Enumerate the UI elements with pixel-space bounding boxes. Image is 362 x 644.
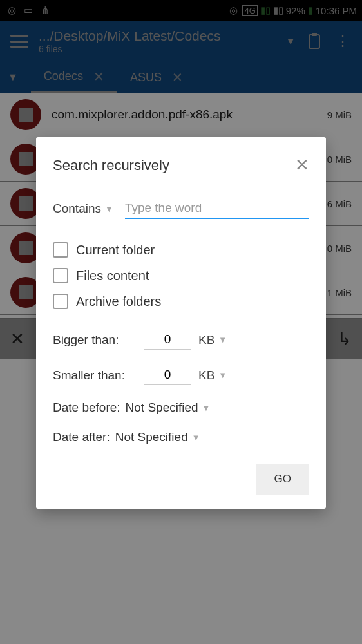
smaller-than-input[interactable] (144, 365, 191, 385)
search-dialog: Search recursively ✕ Contains ▼ Current … (36, 137, 326, 509)
match-mode-dropdown[interactable]: Contains ▼ (53, 202, 113, 216)
go-button[interactable]: GO (256, 464, 309, 495)
bigger-than-unit-dropdown[interactable]: KB ▼ (198, 333, 227, 347)
checkbox-archive-folders[interactable]: Archive folders (53, 289, 309, 314)
checkbox-icon (53, 242, 68, 258)
chevron-down-icon: ▼ (192, 433, 200, 442)
match-mode-label: Contains (53, 202, 101, 216)
checkbox-files-content[interactable]: Files content (53, 263, 309, 289)
checkbox-icon (53, 294, 68, 309)
date-after-dropdown[interactable]: Not Specified ▼ (115, 430, 200, 444)
checkbox-label: Files content (76, 269, 149, 283)
bigger-than-label: Bigger than: (53, 333, 137, 347)
smaller-than-unit-dropdown[interactable]: KB ▼ (198, 368, 227, 383)
date-before-dropdown[interactable]: Not Specified ▼ (126, 401, 211, 415)
smaller-than-label: Smaller than: (53, 368, 137, 383)
date-after-value: Not Specified (115, 430, 188, 444)
chevron-down-icon: ▼ (202, 403, 211, 413)
search-input[interactable] (125, 198, 309, 219)
unit-label: KB (198, 368, 214, 383)
checkbox-label: Archive folders (76, 294, 161, 309)
checkbox-icon (53, 268, 68, 283)
chevron-down-icon: ▼ (218, 335, 227, 345)
chevron-down-icon: ▼ (105, 204, 113, 214)
dialog-title: Search recursively (53, 157, 169, 174)
date-before-value: Not Specified (126, 401, 198, 415)
checkbox-current-folder[interactable]: Current folder (53, 237, 309, 263)
date-after-label: Date after: (53, 430, 110, 444)
bigger-than-input[interactable] (144, 330, 191, 350)
date-before-label: Date before: (53, 401, 120, 415)
checkbox-label: Current folder (76, 243, 155, 258)
unit-label: KB (198, 333, 214, 347)
chevron-down-icon: ▼ (218, 370, 227, 380)
close-icon[interactable]: ✕ (295, 155, 309, 175)
